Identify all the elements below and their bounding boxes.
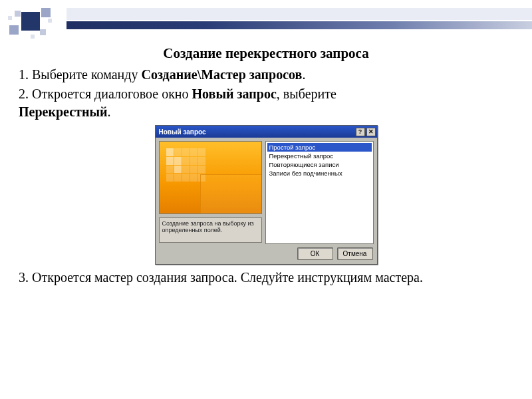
step-2-suffix: . [108,104,111,119]
query-type-list[interactable]: Простой запрос Перекрестный запрос Повто… [265,141,374,244]
dialog-titlebar: Новый запрос ? ✕ [156,126,377,138]
page-title: Создание перекрестного запроса [19,45,513,62]
help-button[interactable]: ? [356,128,365,136]
cancel-button[interactable]: Отмена [337,247,373,260]
step-1-suffix: . [302,67,305,82]
step-3: 3. Откроется мастер создания запроса. Сл… [19,269,513,287]
step-1-command: Создание\Мастер запросов [141,67,302,82]
preview-grid-icon [166,148,206,182]
slide: Создание перекрестного запроса 1. Выбери… [0,0,532,399]
step-1: 1. Выберите команду Создание\Мастер запр… [19,66,513,84]
dialog-screenshot: Новый запрос ? ✕ [19,125,513,265]
list-item[interactable]: Повторяющиеся записи [267,160,372,169]
step-1-prefix: 1. Выберите команду [19,67,141,82]
step-2-mid: , выберите [277,86,336,101]
list-item[interactable]: Перекрестный запрос [267,152,372,160]
dialog-left-pane: Создание запроса на выборку из определен… [159,141,262,244]
step-2-dialog-name: Новый запрос [192,86,277,101]
header-stripe-pale [66,8,532,20]
dialog-title-text: Новый запрос [159,128,354,136]
close-button[interactable]: ✕ [366,128,376,136]
corner-decoration [7,7,66,43]
new-query-dialog: Новый запрос ? ✕ [155,125,378,265]
step-2-prefix: 2. Откроется диалоговое окно [19,86,192,101]
step-2: 2. Откроется диалоговое окно Новый запро… [19,85,513,121]
query-description: Создание запроса на выборку из определен… [159,217,262,243]
header-stripe [66,21,532,29]
ok-button[interactable]: ОК [297,247,333,260]
dialog-body: Создание запроса на выборку из определен… [156,138,377,247]
list-item[interactable]: Простой запрос [267,143,372,152]
dialog-footer: ОК Отмена [156,247,377,264]
query-preview-image [159,141,262,214]
content: Создание перекрестного запроса 1. Выбери… [19,45,513,288]
list-item[interactable]: Записи без подчиненных [267,169,372,178]
step-2-option-name: Перекрестный [19,104,108,119]
